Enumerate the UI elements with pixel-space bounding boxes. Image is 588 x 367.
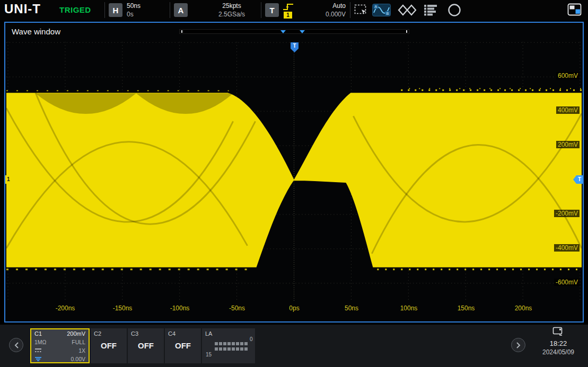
channel-offset: 0.00V [71, 355, 85, 363]
panel-scroll-right-button[interactable] [511, 338, 525, 352]
time-label: -150ns [113, 305, 133, 312]
channel-probe: 1X [78, 347, 85, 354]
divider [350, 2, 350, 18]
channel-c3-panel[interactable]: C3 OFF [128, 328, 164, 363]
time-axis-labels: -200ns -150ns -100ns -50ns 0ps 50ns 100n… [5, 305, 583, 313]
trigger-menu-button[interactable]: T [265, 3, 279, 17]
divider [104, 2, 105, 18]
voltage-label: 200mV [556, 141, 580, 148]
channel-impedance: 1MΩ [34, 338, 46, 346]
time-label: -200ns [56, 305, 75, 312]
scrollbar-right-cap [406, 30, 407, 33]
voltage-label: 600mV [556, 72, 580, 79]
time-label: 50ns [345, 305, 358, 312]
channel-label: C1 [34, 330, 42, 337]
channel-bandwidth: FULL [72, 338, 85, 346]
voltage-label: 400mV [556, 106, 580, 114]
svg-text:B: B [387, 12, 389, 15]
bottom-channel-bar: C1 200mV 1MΩ FULL 1X [0, 325, 588, 367]
plot-area[interactable] [6, 42, 582, 302]
horizontal-delay-value: 0s [127, 10, 141, 19]
time-label: -50ns [229, 305, 245, 312]
trigger-mode-value: Auto [295, 2, 346, 10]
trigger-source-badge[interactable]: 1 [284, 12, 292, 19]
waveform-trace [6, 88, 582, 270]
channel-label: C2 [94, 330, 101, 337]
acquire-readout: 25kpts 2.5GSa/s [200, 2, 263, 19]
svg-text:A: A [375, 5, 378, 8]
dc-coupling-icon [34, 347, 42, 354]
select-area-icon[interactable] [354, 4, 368, 18]
channel-c1-panel[interactable]: C1 200mV 1MΩ FULL 1X [30, 328, 90, 363]
la-bit-low: 15 [206, 352, 212, 357]
panel-scroll-left-button[interactable] [9, 338, 23, 352]
window-marker-left-icon [280, 30, 286, 33]
voltage-label: -400mV [554, 244, 580, 252]
time-label: 0ps [289, 305, 299, 312]
chevron-left-icon [14, 342, 19, 349]
top-status-bar: UNI-T TRIGED H 50ns 0s A 25kpts 2.5GSa/s… [0, 0, 588, 20]
clock-time: 18:22 [550, 339, 567, 347]
la-bit-high: 0 [250, 336, 253, 342]
oscilloscope-screen: UNI-T TRIGED H 50ns 0s A 25kpts 2.5GSa/s… [0, 0, 588, 367]
timebase-value: 50ns [127, 2, 141, 10]
trigger-status-badge: TRIGED [59, 5, 91, 14]
wave-compare-ab-icon[interactable]: A B [372, 3, 391, 20]
voltage-label: -200mV [554, 210, 580, 217]
clock-block: 18:22 2024/05/09 [532, 327, 585, 356]
memory-depth-value: 25kpts [200, 2, 263, 10]
la-bit-grid-row-top [215, 338, 249, 341]
horizontal-readout: 50ns 0s [127, 2, 141, 19]
voltage-label: -600mV [554, 279, 580, 286]
time-label: -100ns [170, 305, 190, 312]
sample-rate-value: 2.5GSa/s [200, 10, 263, 19]
wave-window: Wave window T [4, 22, 584, 323]
channel-label: C3 [131, 330, 138, 337]
window-layout-icon[interactable] [567, 3, 582, 19]
xy-weave-icon[interactable] [398, 4, 417, 18]
acquire-menu-button[interactable]: A [174, 3, 188, 17]
measure-list-icon[interactable] [424, 4, 438, 18]
time-label: 150ns [458, 305, 475, 312]
channel-state: OFF [165, 341, 201, 350]
logic-analyzer-panel[interactable]: LA 0 15 [202, 328, 255, 363]
time-label: 100ns [400, 305, 418, 312]
horizontal-position-scrollbar[interactable] [179, 29, 409, 34]
ground-icon [34, 355, 42, 363]
channel-state: OFF [91, 341, 127, 350]
channel-scale: 200mV [67, 330, 85, 337]
channel-state: OFF [128, 341, 164, 350]
la-bit-grid-row-bottom [215, 343, 249, 346]
channel-label: C4 [168, 330, 175, 337]
window-marker-right-icon [300, 30, 305, 33]
brand-logo: UNI-T [4, 2, 41, 16]
trigger-level-value: 0.000V [295, 10, 346, 19]
chevron-right-icon [516, 342, 521, 349]
horizontal-menu-button[interactable]: H [109, 3, 122, 17]
circle-icon[interactable] [447, 3, 461, 19]
graticule-and-waveform [6, 42, 582, 302]
clock-date: 2024/05/09 [542, 348, 574, 356]
divider [261, 2, 261, 18]
scrollbar-left-cap [181, 30, 182, 33]
channel-c4-panel[interactable]: C4 OFF [165, 328, 201, 363]
divider [170, 2, 170, 18]
la-label: LA [205, 330, 212, 337]
channel-c2-panel[interactable]: C2 OFF [91, 328, 127, 363]
time-label: 200ns [515, 305, 532, 312]
trigger-readout: Auto 0.000V [295, 2, 346, 19]
display-icon[interactable] [552, 327, 564, 338]
wave-window-title: Wave window [12, 27, 60, 36]
